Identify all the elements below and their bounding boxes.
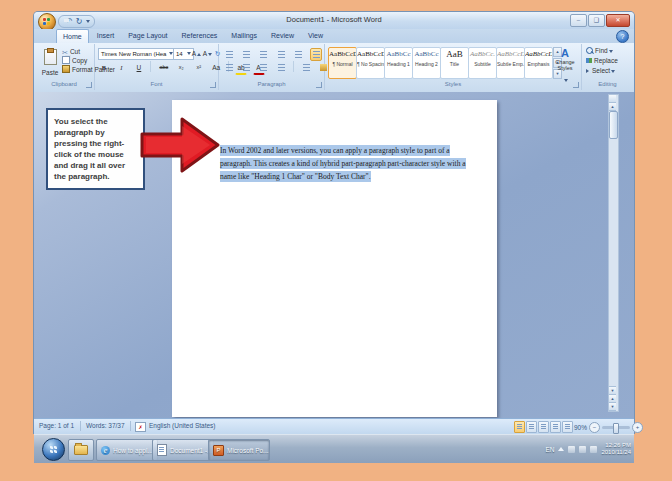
start-button[interactable] — [42, 438, 65, 461]
previous-page-button[interactable]: ▲ — [609, 395, 616, 403]
style-heading-2[interactable]: AaBbCcHeading 2 — [412, 47, 441, 79]
cut-icon: ✂ — [62, 48, 68, 54]
paragraph-dialog-launcher[interactable] — [316, 82, 322, 88]
style-subtle-emphasis[interactable]: AaBbCcDdSubtle Emp... — [496, 47, 525, 79]
taskbar-item-powerpoint-label: Microsoft Po... — [227, 447, 269, 454]
numbering-button[interactable] — [240, 48, 252, 61]
clipboard-group: Paste ✂Cut Copy Format Painter Clipboard — [34, 44, 95, 90]
clipboard-dialog-launcher[interactable] — [86, 82, 92, 88]
ruler-toggle-button[interactable] — [609, 95, 616, 103]
find-button[interactable]: Find — [586, 46, 613, 56]
zoom-level[interactable]: 90% — [574, 424, 587, 431]
powerpoint-icon: P — [213, 445, 224, 456]
superscript-button[interactable]: x² — [193, 61, 205, 74]
spellcheck-status-icon[interactable]: ✗ — [135, 422, 146, 432]
language-indicator[interactable]: English (United States) — [149, 422, 215, 429]
tab-mailings[interactable]: Mailings — [225, 29, 263, 42]
select-label: Select — [592, 67, 610, 74]
scroll-up-button[interactable]: ▲ — [609, 103, 616, 111]
scrollbar-thumb[interactable] — [609, 111, 618, 139]
style-emphasis[interactable]: AaBbCcDdEmphasis — [524, 47, 553, 79]
underline-button[interactable]: U — [133, 61, 145, 74]
language-badge[interactable]: EN — [545, 446, 554, 453]
style-subtitle[interactable]: AaBbCc.Subtitle — [468, 47, 497, 79]
network-icon[interactable] — [579, 446, 586, 453]
show-hidden-icons-button[interactable] — [558, 447, 564, 451]
find-label: Find — [595, 47, 608, 54]
document-paragraph[interactable]: In Word 2002 and later versions, you can… — [220, 144, 472, 183]
font-name-combo[interactable]: Times New Roman (Hea — [98, 48, 176, 60]
justify-button[interactable] — [275, 61, 287, 74]
increase-indent-button[interactable] — [293, 48, 305, 61]
screen-capture: ↶ ↻ Document1 - Microsoft Word – ❑ ✕ Hom… — [34, 12, 634, 462]
multilevel-list-button[interactable] — [258, 48, 270, 61]
windows-logo-icon — [50, 446, 58, 454]
tab-view[interactable]: View — [302, 29, 329, 42]
word-count[interactable]: Words: 37/37 — [86, 422, 125, 429]
bold-button[interactable]: B — [98, 61, 110, 74]
fullscreen-view-button[interactable] — [526, 421, 537, 433]
font-size-value: 14 — [176, 51, 183, 57]
print-layout-view-button[interactable] — [514, 421, 525, 433]
page-indicator[interactable]: Page: 1 of 1 — [39, 422, 74, 429]
taskbar-item-powerpoint[interactable]: P Microsoft Po... — [208, 439, 270, 461]
styles-dialog-launcher[interactable] — [573, 82, 579, 88]
selected-text[interactable]: In Word 2002 and later versions, you can… — [220, 145, 466, 182]
folder-icon — [74, 445, 88, 455]
taskbar-item-word[interactable]: Document1 -... — [152, 439, 214, 461]
word-window: ↶ ↻ Document1 - Microsoft Word – ❑ ✕ Hom… — [34, 12, 634, 433]
next-page-button[interactable]: ▼ — [609, 403, 616, 411]
outline-view-button[interactable] — [550, 421, 561, 433]
font-group-label: Font — [95, 80, 218, 89]
zoom-slider-thumb[interactable] — [613, 423, 619, 434]
tab-review[interactable]: Review — [265, 29, 300, 42]
align-right-button[interactable] — [258, 61, 270, 74]
italic-button[interactable]: I — [115, 61, 127, 74]
replace-button[interactable]: Replace — [586, 56, 618, 66]
style-normal[interactable]: AaBbCcDd¶ Normal — [328, 47, 357, 79]
minimize-button[interactable]: – — [570, 14, 587, 27]
bullets-button[interactable] — [223, 48, 235, 61]
style-no-spacing[interactable]: AaBbCcDd¶ No Spacing — [356, 47, 385, 79]
vertical-scrollbar[interactable]: ▲ ▼ ▲ ▼ — [608, 94, 619, 412]
font-dialog-launcher[interactable] — [210, 82, 216, 88]
paragraph-group: ¶ Paragraph — [219, 44, 325, 90]
grow-font-button[interactable]: A — [191, 48, 202, 59]
volume-icon[interactable] — [590, 446, 597, 453]
line-spacing-button[interactable] — [300, 61, 312, 74]
tab-insert[interactable]: Insert — [91, 29, 121, 42]
find-icon — [586, 47, 593, 54]
explorer-button[interactable] — [68, 439, 94, 461]
tab-references[interactable]: References — [176, 29, 224, 42]
action-center-icon[interactable] — [568, 446, 575, 453]
close-button[interactable]: ✕ — [606, 14, 630, 27]
zoom-slider[interactable] — [602, 426, 630, 429]
subscript-button[interactable]: x₂ — [175, 61, 187, 74]
strikethrough-button[interactable]: abc — [158, 61, 170, 74]
tab-page-layout[interactable]: Page Layout — [122, 29, 173, 42]
restore-button[interactable]: ❑ — [588, 14, 605, 27]
cut-button[interactable]: ✂Cut — [62, 47, 80, 56]
align-center-button[interactable] — [240, 61, 252, 74]
decrease-indent-button[interactable] — [275, 48, 287, 61]
align-left-button[interactable] — [223, 61, 235, 74]
zoom-in-button[interactable]: + — [632, 422, 643, 433]
tab-home[interactable]: Home — [56, 29, 89, 43]
draft-view-button[interactable] — [562, 421, 573, 433]
styles-group: AaBbCcDd¶ Normal AaBbCcDd¶ No Spacing Aa… — [325, 44, 582, 90]
style-heading-1[interactable]: AaBbCcHeading 1 — [384, 47, 413, 79]
text-direction-button[interactable] — [310, 48, 322, 61]
change-styles-icon: A — [551, 47, 579, 59]
help-button[interactable]: ? — [616, 30, 629, 43]
web-layout-view-button[interactable] — [538, 421, 549, 433]
scroll-down-button[interactable]: ▼ — [609, 386, 616, 395]
taskbar-item-ie[interactable]: e How to appl... — [96, 439, 158, 461]
taskbar-item-ie-label: How to appl... — [113, 447, 153, 454]
copy-button[interactable]: Copy — [62, 56, 87, 65]
zoom-out-button[interactable]: − — [589, 422, 600, 433]
font-name-value: Times New Roman (Hea — [101, 51, 166, 57]
select-button[interactable]: Select — [586, 66, 615, 76]
clock[interactable]: 12:26 PM 2010/11/24 — [601, 442, 631, 456]
paste-button[interactable]: Paste — [38, 47, 62, 81]
style-title[interactable]: AaBTitle — [440, 47, 469, 79]
